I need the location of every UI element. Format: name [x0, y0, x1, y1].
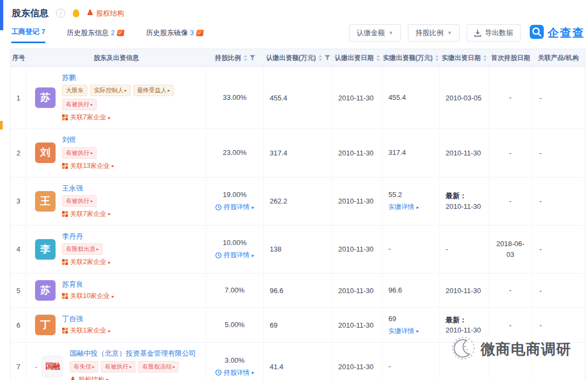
shareholder-cell: -国融国融中投（北京）投资基金管理有限公司有失信▸有被执行▸有股权冻结▸股权结构…: [26, 343, 206, 380]
paid-date-cell: 最新：2010-11-30: [440, 308, 489, 343]
tag-有被执行[interactable]: 有被执行▸: [62, 147, 97, 159]
sort-icon: [318, 55, 323, 61]
clock-icon: [215, 252, 222, 259]
ratio-cell: 7.00%: [206, 274, 264, 308]
column-header-认缴出资额(万元)[interactable]: 认缴出资额(万元): [264, 49, 332, 67]
avatar[interactable]: 国融: [42, 356, 63, 377]
info-icon[interactable]: i: [56, 9, 65, 18]
collapse-dash[interactable]: -: [35, 363, 37, 371]
shareholder-name-link[interactable]: 苏鹏: [62, 73, 76, 82]
clock-icon: [215, 204, 222, 211]
shareholder-name-link[interactable]: 丁自强: [62, 315, 83, 323]
tab-bar: 工商登记7历史股东信息2✓历史股东镜像3✓: [11, 27, 203, 43]
shareholder-cell: 王王永强有被执行▸关联7家企业▸: [26, 178, 206, 226]
tag-有股权冻结[interactable]: 有股权冻结▸: [138, 361, 179, 372]
subscribed-date-cell: 2010-11-30: [332, 129, 382, 177]
shareholding-detail-link[interactable]: 持股详情▸: [215, 202, 255, 212]
shareholder-name-link[interactable]: 王永强: [62, 184, 83, 193]
paid-detail-link[interactable]: 实缴详情▸: [388, 202, 419, 212]
shareholder-name-link[interactable]: 苏育良: [62, 280, 83, 289]
shareholder-name-link[interactable]: 李丹丹: [62, 232, 83, 241]
row-number-cell: 6: [11, 308, 26, 343]
tag-有股权出质[interactable]: 有股权出质▸: [62, 243, 102, 255]
column-label: 认缴出资日期: [335, 53, 374, 63]
chevron-right-icon: ▸: [168, 88, 170, 93]
paid-date-cell: 2010-11-30: [440, 129, 489, 177]
shareholder-cell: 刘刘煜有被执行▸关联13家企业▸: [26, 129, 206, 177]
tag-实际控制人[interactable]: 实际控制人▸: [90, 85, 131, 96]
chevron-down-icon: ▼: [388, 30, 393, 36]
link-label: 关联7家企业: [70, 113, 106, 122]
tag-有失信[interactable]: 有失信▸: [70, 361, 98, 372]
link-关联7家企业[interactable]: 关联7家企业▸: [62, 209, 111, 219]
tab-count: 3: [190, 29, 194, 37]
structure-icon: [87, 9, 93, 17]
tab-历史股东信息[interactable]: 历史股东信息2✓: [67, 27, 125, 43]
shareholder-cell: 苏苏鹏大股东实际控制人▸最终受益人▸有被执行▸关联7家企业▸: [26, 67, 206, 129]
tab-count: 2: [111, 29, 115, 37]
button-持股比例[interactable]: 持股比例▼: [408, 24, 460, 42]
download-icon: [474, 30, 481, 37]
related-products-cell: -: [532, 178, 585, 226]
row-number-cell: 7: [11, 343, 26, 380]
tab-count: 7: [42, 28, 45, 36]
tag-label: 最终受益人: [137, 86, 167, 94]
link-关联7家企业[interactable]: 关联7家企业▸: [62, 113, 111, 122]
row-number-cell: 3: [11, 178, 26, 226]
link-关联2家企业[interactable]: 关联2家企业▸: [62, 257, 111, 267]
avatar[interactable]: 苏: [35, 87, 56, 108]
tag-大股东[interactable]: 大股东: [62, 85, 87, 96]
paid-date-value: 2010-11-30: [446, 202, 481, 211]
avatar[interactable]: 苏: [35, 280, 56, 301]
link-关联10家企业[interactable]: 关联10家企业▸: [62, 291, 114, 301]
link-关联1家企业[interactable]: 关联1家企业▸: [62, 326, 111, 335]
avatar[interactable]: 王: [35, 191, 56, 212]
related-links: 股权结构▸: [70, 375, 109, 380]
monitor-alert-icon[interactable]: [73, 9, 79, 17]
shareholding-detail-link[interactable]: 持股详情▸: [215, 250, 255, 260]
avatar[interactable]: 丁: [35, 315, 56, 335]
ratio-cell: 19.00%持股详情▸: [206, 178, 264, 226]
link-关联13家企业[interactable]: 关联13家企业▸: [62, 161, 114, 171]
column-header-实缴出资日期[interactable]: 实缴出资日期: [440, 49, 489, 67]
tag-label: 实际控制人: [94, 86, 124, 94]
ratio-value: 23.00%: [223, 148, 247, 158]
filter-icon: [250, 55, 255, 60]
tag-有被执行[interactable]: 有被执行▸: [62, 99, 97, 110]
chevron-right-icon: ▸: [108, 260, 111, 265]
link-label: 实缴详情: [388, 202, 414, 212]
tag-label: 有被执行: [66, 149, 90, 157]
shareholder-name-link[interactable]: 刘煜: [62, 135, 76, 144]
paid-amount-cell: 55.2实缴详情▸: [382, 178, 440, 226]
chevron-right-icon: ▸: [92, 364, 94, 369]
chevron-right-icon: ▸: [91, 199, 93, 203]
subscribed-amount-cell: 138: [264, 226, 332, 274]
avatar[interactable]: 李: [35, 239, 56, 260]
chevron-right-icon: ▸: [91, 151, 93, 155]
clock-icon: [215, 369, 222, 376]
button-导出数据[interactable]: 导出数据: [467, 24, 521, 42]
paid-date-cell: [440, 343, 489, 380]
sort-icon: [376, 55, 380, 61]
tag-最终受益人[interactable]: 最终受益人▸: [133, 85, 174, 96]
tab-历史股东镜像[interactable]: 历史股东镜像3✓: [146, 27, 203, 43]
tag-label: 有失信: [73, 363, 91, 371]
column-header-持股比例[interactable]: 持股比例: [206, 49, 264, 67]
tag-有被执行[interactable]: 有被执行▸: [62, 195, 97, 207]
avatar[interactable]: 刘: [35, 142, 56, 163]
equity-structure-link[interactable]: 股权结构: [87, 9, 124, 18]
tag-有被执行[interactable]: 有被执行▸: [101, 361, 135, 372]
paid-detail-link[interactable]: 实缴详情▸: [388, 327, 419, 336]
tab-工商登记[interactable]: 工商登记7: [11, 27, 45, 43]
column-header-认缴出资日期[interactable]: 认缴出资日期: [332, 49, 382, 67]
link-股权结构[interactable]: 股权结构▸: [70, 375, 109, 380]
shareholder-name-link[interactable]: 国融中投（北京）投资基金管理有限公司: [70, 349, 196, 358]
shareholder-info: 国融中投（北京）投资基金管理有限公司有失信▸有被执行▸有股权冻结▸股权结构▸: [70, 349, 196, 380]
button-认缴金额[interactable]: 认缴金额▼: [349, 24, 401, 42]
ratio-value: 10.00%: [223, 239, 247, 248]
column-header-实缴出资额(万元)[interactable]: 实缴出资额(万元): [382, 49, 440, 67]
paid-date-cell: 2010-11-30: [440, 274, 489, 308]
shareholding-detail-link[interactable]: 持股详情▸: [215, 368, 255, 377]
first-holding-date-cell: -: [489, 308, 532, 343]
shareholder-cell: 李李丹丹有股权出质▸关联2家企业▸: [26, 226, 206, 274]
